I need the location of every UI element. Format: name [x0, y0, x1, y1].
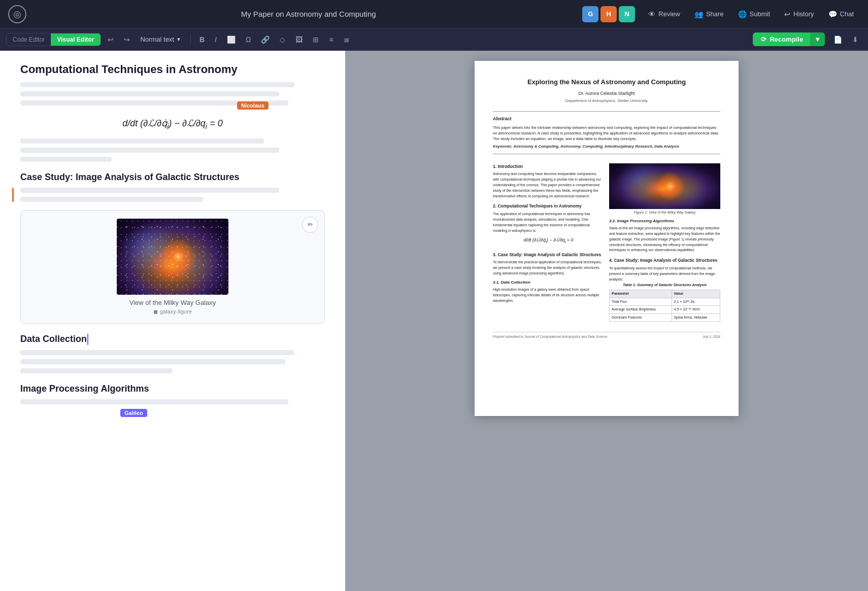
- paper-divider-2: [493, 154, 720, 154]
- table-header-value: Value: [672, 290, 720, 298]
- edit-image-button[interactable]: ✏: [302, 217, 318, 233]
- link-button[interactable]: 🔗: [257, 33, 273, 46]
- ordered-list-button[interactable]: ≣: [340, 33, 353, 46]
- paper-figure: Figure 1: View of the Milky Way Galaxy: [609, 163, 720, 216]
- section-31-heading: 3.1. Data Collection: [493, 280, 604, 286]
- style-selector[interactable]: Normal text ▼: [137, 33, 185, 45]
- paper-fig-caption: Figure 1: View of the Milky Way Galaxy: [609, 210, 720, 216]
- submit-icon: 🌐: [738, 10, 747, 18]
- image-card: ✏ View of the Milky Way Galaxy ◼ galaxy-…: [20, 210, 325, 324]
- keywords: Keywords: Astronomy & Computing, Astrono…: [493, 144, 720, 149]
- section-3-heading: 3. Case Study: Image Analysis of Galacti…: [493, 252, 604, 258]
- keywords-label: Keywords:: [493, 144, 512, 149]
- tag-icon: ◼: [153, 308, 158, 315]
- paper-table: Parameter Value Total Flux 2.1 × 10³³ J/…: [609, 290, 720, 322]
- review-label: Review: [658, 10, 680, 18]
- share-label: Share: [706, 10, 724, 18]
- main-content: Nicolaus Henrietta Galileo Computational…: [0, 51, 868, 591]
- table-cell: 4.5 × 10⁻²⁰ W/m: [672, 306, 720, 314]
- abstract-text: This paper delves into the intricate rel…: [493, 125, 720, 142]
- section-heading-2: Case Study: Image Analysis of Galactic S…: [20, 172, 325, 183]
- toolbar: Code Editor Visual Editor ↩ ↪ Normal tex…: [0, 28, 868, 51]
- paper-left-col: 1. Introduction Astronomy and computing …: [493, 159, 604, 322]
- editor-panel: Nicolaus Henrietta Galileo Computational…: [0, 51, 345, 591]
- section-31-body: High-resolution images of a galaxy were …: [493, 287, 604, 304]
- italic-button[interactable]: I: [211, 33, 220, 46]
- bold-button[interactable]: B: [196, 33, 208, 46]
- format-button[interactable]: ⬜: [223, 33, 239, 46]
- paper-author: Dr. Aurora Celestia Starlight: [493, 90, 720, 97]
- avatar-n[interactable]: N: [619, 6, 635, 22]
- visual-editor-button[interactable]: Visual Editor: [51, 33, 100, 46]
- review-button[interactable]: 👁 Review: [642, 7, 686, 21]
- document-title: My Paper on Astronomy and Computing: [35, 10, 582, 18]
- recompile-button[interactable]: ⟳ Recompile ▼: [753, 32, 825, 46]
- list-button[interactable]: ≡: [325, 33, 337, 46]
- chat-button[interactable]: 💬 Chat: [822, 7, 860, 21]
- section-3-text: Data Collection: [20, 334, 87, 344]
- paper-galaxy-image: [609, 163, 720, 209]
- table-cell: Total Flux: [610, 298, 672, 306]
- chat-label: Chat: [840, 10, 854, 18]
- image-button[interactable]: 🖼: [292, 33, 306, 46]
- keywords-text: Astronomy & Computing, Astronomy, Comput…: [513, 144, 679, 149]
- abstract-label: Abstract: [493, 116, 720, 123]
- section-4-heading: 4. Case Study: Image Analysis of Galacti…: [609, 257, 720, 264]
- placeholder-lines-2: [20, 138, 325, 162]
- table-cell: Average Surface Brightness: [610, 306, 672, 314]
- table-button[interactable]: ⊞: [309, 33, 322, 46]
- galaxy-image: [117, 219, 228, 295]
- comment-tag-nicolaus[interactable]: Nicolaus: [237, 101, 269, 110]
- table-row: Total Flux 2.1 × 10³³ J/s: [610, 298, 720, 306]
- paper-right-col: Figure 1: View of the Milky Way Galaxy 3…: [609, 159, 720, 322]
- table-row: Dominant Features Spiral Arms, Nebulae: [610, 314, 720, 322]
- recompile-caret[interactable]: ▼: [810, 32, 825, 46]
- omega-button[interactable]: Ω: [242, 33, 254, 46]
- paper-footer: Preprint submitted to Journal of Computa…: [493, 332, 720, 339]
- table-caption: Table 1: Summary of Galactic Structures …: [609, 283, 720, 288]
- undo-button[interactable]: ↩: [104, 33, 117, 46]
- section-4-body: To quantitatively assess the impact of c…: [609, 266, 720, 283]
- section-2-heading: 2. Computational Techniques in Astronomy: [493, 203, 604, 210]
- style-chevron-icon: ▼: [176, 37, 181, 42]
- section-32-body: State-of-the-art image processing algori…: [609, 226, 720, 253]
- share-button[interactable]: 👥 Share: [688, 7, 730, 21]
- page-view-button[interactable]: 📄: [830, 33, 846, 46]
- submit-label: Submit: [750, 10, 770, 18]
- history-label: History: [793, 10, 814, 18]
- chat-icon: 💬: [828, 10, 837, 18]
- style-label: Normal text: [141, 36, 174, 43]
- paper-page: Exploring the Nexus of Astronomy and Com…: [475, 61, 739, 416]
- toolbar-divider-1: [190, 34, 191, 45]
- comment-tag-galileo[interactable]: Galileo: [120, 409, 147, 417]
- tag-button[interactable]: ◇: [276, 33, 289, 46]
- avatar-g[interactable]: G: [582, 6, 598, 22]
- editor-toggle: Code Editor Visual Editor: [6, 33, 101, 46]
- footer-right: July 1, 2024: [703, 334, 720, 339]
- table-cell: Spiral Arms, Nebulae: [672, 314, 720, 322]
- top-nav: ◎ My Paper on Astronomy and Computing G …: [0, 0, 868, 28]
- image-caption: View of the Milky Way Galaxy: [129, 299, 216, 306]
- image-card-inner: ✏ View of the Milky Way Galaxy ◼ galaxy-…: [21, 211, 324, 323]
- app-logo: ◎: [8, 5, 26, 23]
- section-1-body: Astronomy and computing have become inse…: [493, 171, 604, 199]
- code-editor-button[interactable]: Code Editor: [7, 33, 51, 46]
- nav-right: G H N 👁 Review 👥 Share 🌐 Submit ↩ Histor…: [582, 6, 860, 22]
- submit-button[interactable]: 🌐 Submit: [732, 7, 776, 21]
- preview-panel: Exploring the Nexus of Astronomy and Com…: [345, 51, 868, 591]
- recompile-label: Recompile: [770, 36, 803, 43]
- paper-equation: d/dt (∂ℒ/∂q̇i) − ∂ℒ/∂qi = 0: [493, 234, 604, 248]
- paper-columns: 1. Introduction Astronomy and computing …: [493, 159, 720, 322]
- section-2-body: The application of computational techniq…: [493, 212, 604, 233]
- section-3-body: To demonstrate the practical application…: [493, 260, 604, 276]
- redo-button[interactable]: ↪: [120, 33, 133, 46]
- section-heading-4: Image Processing Algorithms: [20, 384, 325, 394]
- table-cell: 2.1 × 10³³ J/s: [672, 298, 720, 306]
- section-32-heading: 3.2. Image Processing Algorithms: [609, 218, 720, 224]
- avatar-h[interactable]: H: [600, 6, 617, 22]
- footer-left: Preprint submitted to Journal of Computa…: [493, 334, 608, 339]
- download-button[interactable]: ⬇: [849, 33, 862, 46]
- section-heading-3[interactable]: Data Collection: [20, 334, 325, 345]
- history-button[interactable]: ↩ History: [778, 7, 820, 21]
- placeholder-lines-4: [20, 350, 325, 373]
